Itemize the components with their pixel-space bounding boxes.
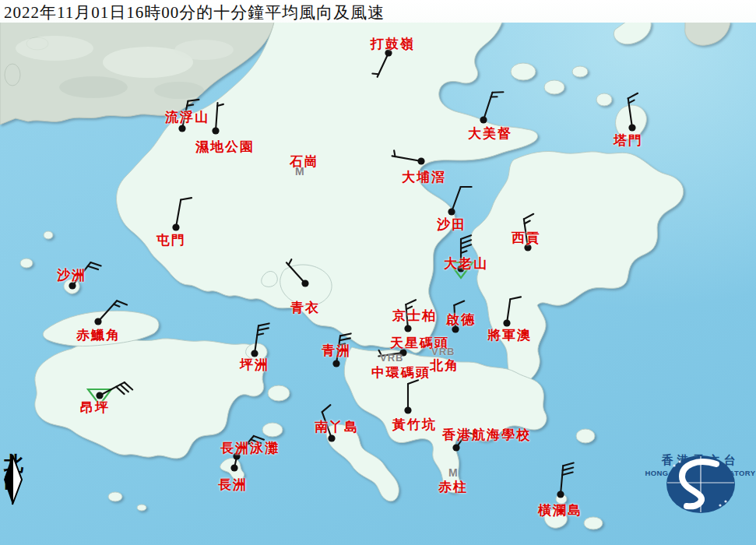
station-sha-tin[interactable] [448,187,471,216]
station-sai-kung[interactable] [524,214,533,251]
station-dot[interactable] [628,124,635,131]
station-dot[interactable] [404,325,411,332]
station-dot[interactable] [212,127,219,134]
station-lau-fau-shan[interactable] [178,100,199,132]
wind-map-app: 打鼓嶺流浮山濕地公園石崗M大美督塔門大埔滘沙田西貢大老山屯門沙洲赤鱲角青衣坪洲昂… [0,0,756,545]
station-dot[interactable] [332,360,339,367]
station-dot[interactable] [172,223,179,230]
station-dot[interactable] [557,490,564,498]
station-kai-tak[interactable] [452,301,464,333]
hko-logo-icon [645,452,756,514]
station-peng-chau[interactable] [251,323,269,357]
station-cheung-chau-beach[interactable] [233,436,264,460]
station-wetland-park[interactable] [212,103,223,135]
north-arrow-icon [2,453,28,506]
station-chek-lap-kok[interactable] [94,301,127,325]
station-dot[interactable] [452,444,459,451]
station-star-ferry-pier[interactable] [378,349,406,356]
station-dot[interactable] [251,350,258,357]
station-lamma-island[interactable] [322,405,336,441]
hko-logo: 香港天文台 HONG KONG OBSERVATORY [645,452,756,477]
title-bar: 2022年11月01日16時00分的十分鐘平均風向及風速 [0,0,756,23]
station-dot[interactable] [448,208,455,215]
station-dot[interactable] [96,392,103,399]
map-title: 2022年11月01日16時00分的十分鐘平均風向及風速 [4,2,385,23]
station-tates-cairn[interactable] [449,235,473,278]
station-dot[interactable] [399,349,406,356]
station-wong-chuk-hang[interactable] [404,380,418,413]
station-sha-chau[interactable] [69,262,100,290]
stations-layer [0,0,756,545]
north-compass: 北 N [2,453,33,492]
station-kings-park[interactable] [404,300,416,332]
station-hk-sea-school[interactable] [452,430,473,452]
station-green-island[interactable] [332,333,350,367]
station-dot[interactable] [385,49,392,56]
station-dot[interactable] [480,116,487,123]
station-dot[interactable] [417,157,424,164]
station-dot[interactable] [524,244,531,251]
station-dot[interactable] [457,265,464,272]
station-tseung-kwan-o[interactable] [503,297,521,326]
station-waglan-island[interactable] [557,463,573,498]
station-dot[interactable] [452,325,459,332]
station-dot[interactable] [301,280,308,287]
station-dot[interactable] [69,282,76,289]
station-tuen-mun[interactable] [172,198,192,230]
station-dot[interactable] [328,434,335,441]
station-tsing-yi[interactable] [287,259,309,287]
station-dot[interactable] [178,125,185,132]
station-tap-mun[interactable] [628,93,638,132]
station-ta-kwu-ling[interactable] [372,49,392,76]
station-dot[interactable] [94,318,101,325]
station-dot[interactable] [404,406,411,413]
station-ngong-ping[interactable] [88,382,132,405]
station-dot[interactable] [503,319,510,326]
station-tai-mei-tuk[interactable] [480,92,503,123]
station-dot[interactable] [230,464,237,471]
station-tai-po-kau[interactable] [392,150,425,164]
